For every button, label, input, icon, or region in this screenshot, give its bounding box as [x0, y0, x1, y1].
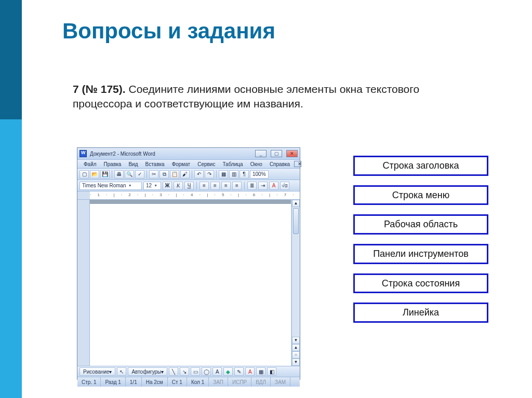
task-number: 7 (№ 175).	[73, 83, 126, 95]
table-icon[interactable]: ▦	[219, 170, 228, 179]
browse-object-icon[interactable]: ○	[292, 351, 300, 359]
columns-icon[interactable]: ▥	[229, 170, 238, 179]
cut-icon[interactable]: ✂	[149, 170, 158, 179]
window-title: Документ2 - Microsoft Word	[90, 151, 155, 157]
font-name-combo[interactable]: Times New Roman▼	[79, 182, 142, 190]
page-canvas[interactable]	[90, 200, 291, 366]
menu-insert[interactable]: Вставка	[142, 161, 167, 167]
fill-color-icon[interactable]: ◆	[223, 367, 233, 376]
status-at: На 2см	[142, 377, 168, 387]
menu-window[interactable]: Окно	[247, 161, 265, 167]
maximize-button[interactable]: ▢	[271, 150, 282, 157]
shadow-icon[interactable]: ▦	[256, 367, 265, 376]
align-right-icon[interactable]: ≡	[221, 182, 231, 190]
font-size-combo[interactable]: 12▼	[143, 182, 161, 190]
drawing-menu[interactable]: Рисование▾	[79, 367, 115, 376]
horizontal-ruler[interactable]: · 1 · | · 2 · | · 3 · | · 4 · | · 5 · | …	[77, 191, 300, 200]
preview-icon[interactable]: 🔍	[125, 170, 134, 179]
zoom-combo[interactable]: 100%	[250, 170, 269, 179]
bullets-icon[interactable]: ≣	[247, 182, 257, 190]
menu-view[interactable]: Вид	[125, 161, 141, 167]
ruler-ticks: · 1 · | · 2 · | · 3 · | · 4 · | · 5 · | …	[90, 191, 300, 197]
status-trk: ИСПР	[228, 377, 251, 387]
status-ext: ВДЛ	[251, 377, 271, 387]
next-page-icon[interactable]: ▼	[292, 359, 300, 366]
select-icon[interactable]: ↖	[117, 367, 126, 376]
open-icon[interactable]: 📂	[90, 170, 99, 179]
answer-toolbars[interactable]: Панели инструментов	[353, 244, 488, 264]
brush-icon[interactable]: 🖌	[180, 170, 190, 179]
menu-format[interactable]: Формат	[169, 161, 194, 167]
save-icon[interactable]: 💾	[100, 170, 110, 179]
prev-page-icon[interactable]: ▲	[292, 344, 300, 351]
indent-icon[interactable]: ⇥	[258, 182, 268, 190]
standard-toolbar: ▢ 📂 💾 🖶 🔍 ✓ ✂ ⧉ 📋 🖌 ↶ ↷ ▦ ▥ ¶ 100%	[77, 169, 300, 180]
bold-button[interactable]: Ж	[163, 182, 172, 190]
menu-edit[interactable]: Правка	[101, 161, 125, 167]
menu-help[interactable]: Справка	[267, 161, 293, 167]
document-area: ▲ ▼ ▲ ○ ▼	[77, 200, 300, 366]
line-icon[interactable]: ╲	[169, 367, 178, 376]
status-ovr: ЗАМ	[271, 377, 290, 387]
status-rec: ЗАП	[209, 377, 228, 387]
oval-icon[interactable]: ◯	[202, 367, 211, 376]
undo-icon[interactable]: ↶	[194, 170, 204, 179]
side-accent-dark	[0, 0, 22, 119]
chevron-down-icon: ▼	[128, 184, 132, 187]
autoshapes-menu[interactable]: Автофигуры▾	[128, 367, 167, 376]
answer-menubar[interactable]: Строка меню	[353, 185, 488, 205]
answer-list: Строка заголовка Строка меню Рабочая обл…	[353, 156, 488, 323]
underline-button[interactable]: Ч	[184, 182, 194, 190]
align-center-icon[interactable]: ≡	[210, 182, 220, 190]
titlebar: Документ2 - Microsoft Word _ ▢ ✕	[77, 148, 300, 159]
copy-icon[interactable]: ⧉	[159, 170, 169, 179]
answer-workarea[interactable]: Рабочая область	[353, 214, 488, 235]
scroll-down-icon[interactable]: ▼	[292, 337, 300, 344]
vertical-scrollbar[interactable]: ▲ ▼ ▲ ○ ▼	[291, 200, 300, 366]
status-pages: 1/1	[126, 377, 142, 387]
status-col: Кол 1	[187, 377, 209, 387]
status-page: Стр. 1	[77, 377, 101, 387]
align-left-icon[interactable]: ≡	[200, 182, 209, 190]
scroll-thumb[interactable]	[293, 208, 299, 234]
menu-table[interactable]: Таблица	[219, 161, 246, 167]
align-justify-icon[interactable]: ≡	[232, 182, 242, 190]
formula-icon[interactable]: √α	[280, 182, 289, 190]
minimize-button[interactable]: _	[255, 150, 267, 157]
menu-bar: Файл Правка Вид Вставка Формат Сервис Та…	[77, 159, 300, 169]
word-window: Документ2 - Microsoft Word _ ▢ ✕ Файл Пр…	[77, 147, 300, 380]
line-color-icon[interactable]: ✎	[234, 367, 244, 376]
close-button[interactable]: ✕	[286, 150, 298, 157]
para-icon[interactable]: ¶	[240, 170, 249, 179]
menu-tools[interactable]: Сервис	[194, 161, 218, 167]
font-color2-icon[interactable]: A	[245, 367, 255, 376]
side-accent-light	[0, 119, 22, 398]
arrow-icon[interactable]: ↘	[180, 367, 189, 376]
answer-ruler[interactable]: Линейка	[353, 303, 488, 323]
paste-icon[interactable]: 📋	[170, 170, 179, 179]
3d-icon[interactable]: ◧	[267, 367, 276, 376]
spell-icon[interactable]: ✓	[135, 170, 144, 179]
print-icon[interactable]: 🖶	[114, 170, 124, 179]
rect-icon[interactable]: ▭	[191, 367, 200, 376]
word-icon	[79, 150, 87, 157]
vertical-ruler[interactable]	[77, 200, 90, 366]
status-section: Разд 1	[101, 377, 125, 387]
drawing-toolbar: Рисование▾ ↖ Автофигуры▾ ╲ ↘ ▭ ◯ A ◆ ✎ A…	[77, 366, 300, 377]
answer-statusbar[interactable]: Строка состояния	[353, 273, 488, 294]
menu-file[interactable]: Файл	[81, 161, 100, 167]
textbox-icon[interactable]: A	[212, 367, 222, 376]
italic-button[interactable]: К	[174, 182, 183, 190]
chevron-down-icon: ▼	[154, 184, 157, 187]
formatting-toolbar: Times New Roman▼ 12▼ Ж К Ч ≡ ≡ ≡ ≡ ≣ ⇥ A…	[77, 180, 300, 191]
doc-close-icon[interactable]: ✕	[294, 161, 301, 167]
answer-titlebar[interactable]: Строка заголовка	[353, 156, 488, 176]
slide-title: Вопросы и задания	[62, 19, 275, 44]
task-text: 7 (№ 175). Соедините линиями основные эл…	[73, 82, 436, 112]
new-icon[interactable]: ▢	[79, 170, 89, 179]
font-color-icon[interactable]: A	[269, 182, 278, 190]
status-bar: Стр. 1 Разд 1 1/1 На 2см Ст 1 Кол 1 ЗАП …	[77, 377, 300, 387]
redo-icon[interactable]: ↷	[205, 170, 214, 179]
scroll-up-icon[interactable]: ▲	[292, 200, 300, 207]
status-line: Ст 1	[168, 377, 187, 387]
